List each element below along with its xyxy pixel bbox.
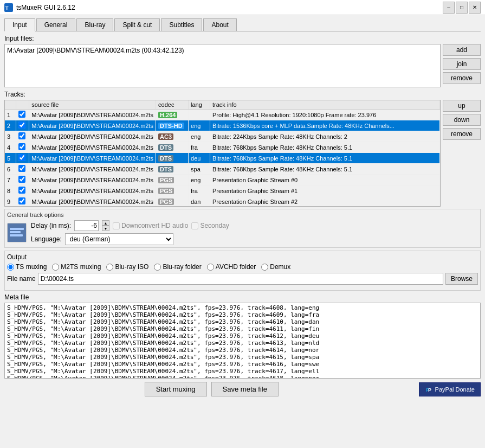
table-row[interactable]: 6 M:\Avatar [2009]\BDMV\STREAM\00024.m2t… — [5, 164, 440, 175]
track-codec: PGS — [156, 185, 189, 196]
track-num: 3 — [5, 131, 16, 142]
delay-spinner[interactable]: ▲ ▼ — [102, 220, 109, 231]
tab-input[interactable]: Input — [4, 18, 35, 31]
track-codec: AC3 — [156, 131, 189, 142]
m2ts-muxing-radio[interactable] — [52, 264, 59, 271]
track-info: Presentation Graphic Stream #2 — [210, 196, 440, 207]
track-checkbox[interactable] — [18, 176, 25, 183]
bluray-folder-radio[interactable] — [154, 264, 161, 271]
tab-split[interactable]: Split & cut — [114, 18, 160, 31]
track-checkbox-cell[interactable] — [16, 110, 29, 120]
add-button[interactable]: add — [443, 44, 481, 56]
down-button[interactable]: down — [443, 114, 481, 126]
track-lang: fra — [189, 142, 210, 153]
tab-general[interactable]: General — [36, 18, 76, 31]
track-source: M:\Avatar [2009]\BDMV\STREAM\00024.m2ts — [29, 185, 156, 196]
track-checkbox[interactable] — [18, 121, 25, 129]
track-checkbox-cell[interactable] — [16, 120, 29, 131]
close-button[interactable]: ✕ — [469, 2, 481, 14]
track-checkbox-cell[interactable] — [16, 196, 29, 207]
codec-badge: PGS — [158, 199, 174, 205]
track-codec: DTS-HD — [156, 120, 189, 131]
codec-badge: DTS-HD — [158, 123, 184, 129]
track-source: M:\Avatar [2009]\BDMV\STREAM\00024.m2ts — [29, 164, 156, 175]
downconvert-checkbox[interactable] — [113, 222, 120, 229]
track-lang: eng — [189, 120, 210, 131]
avchd-folder-radio[interactable] — [207, 264, 214, 271]
track-source: M:\Avatar [2009]\BDMV\STREAM\00024.m2ts — [29, 153, 156, 164]
track-checkbox-cell[interactable] — [16, 153, 29, 164]
col-header-cb — [16, 100, 29, 110]
m2ts-muxing-label: M2TS muxing — [52, 263, 101, 271]
track-checkbox-cell[interactable] — [16, 185, 29, 196]
track-checkbox[interactable] — [18, 154, 25, 161]
spin-down[interactable]: ▼ — [102, 226, 109, 231]
tab-bar: Input General Blu-ray Split & cut Subtit… — [4, 18, 481, 31]
track-checkbox[interactable] — [18, 197, 25, 204]
output-label: Output — [7, 253, 478, 261]
paypal-donate-button[interactable]: P P PayPal Donate — [419, 382, 481, 396]
tracks-table: source file codec lang track info 1 M:\A… — [5, 100, 440, 206]
table-row[interactable]: 2 M:\Avatar [2009]\BDMV\STREAM\00024.m2t… — [5, 120, 440, 131]
ts-muxing-radio[interactable] — [7, 264, 14, 271]
paypal-label: PayPal Donate — [435, 386, 475, 393]
meta-line: S_HDMV/PGS, "M:\Avatar [2009]\BDMV\STREA… — [7, 340, 478, 347]
spin-up[interactable]: ▲ — [102, 220, 109, 226]
meta-line: S_HDMV/PGS, "M:\Avatar [2009]\BDMV\STREA… — [7, 361, 478, 368]
track-checkbox[interactable] — [18, 165, 25, 172]
track-checkbox[interactable] — [18, 132, 25, 139]
track-checkbox-cell[interactable] — [16, 164, 29, 175]
bluray-iso-label: Blu-ray ISO — [106, 263, 148, 271]
track-checkbox[interactable] — [18, 187, 25, 194]
track-info: Presentation Graphic Stream #1 — [210, 185, 440, 196]
track-lang: eng — [189, 131, 210, 142]
bluray-iso-radio[interactable] — [106, 264, 113, 271]
track-source: M:\Avatar [2009]\BDMV\STREAM\00024.m2ts — [29, 175, 156, 185]
table-row[interactable]: 8 M:\Avatar [2009]\BDMV\STREAM\00024.m2t… — [5, 185, 440, 196]
meta-label: Meta file — [4, 293, 481, 301]
codec-badge: AC3 — [158, 133, 173, 140]
table-row[interactable]: 9 M:\Avatar [2009]\BDMV\STREAM\00024.m2t… — [5, 196, 440, 207]
track-checkbox-cell[interactable] — [16, 175, 29, 185]
track-checkbox-cell[interactable] — [16, 131, 29, 142]
delay-label: Delay (in ms): — [31, 222, 71, 229]
table-row[interactable]: 7 M:\Avatar [2009]\BDMV\STREAM\00024.m2t… — [5, 175, 440, 185]
tab-bluray[interactable]: Blu-ray — [76, 18, 113, 31]
secondary-checkbox[interactable] — [191, 222, 198, 229]
codec-badge: PGS — [158, 188, 174, 194]
table-row[interactable]: 1 M:\Avatar [2009]\BDMV\STREAM\00024.m2t… — [5, 110, 440, 120]
track-buttons: up down remove — [443, 100, 481, 207]
up-button[interactable]: up — [443, 100, 481, 112]
track-num: 6 — [5, 164, 16, 175]
save-meta-button[interactable]: Save meta file — [211, 382, 279, 396]
track-info: Bitrate: 224Kbps Sample Rate: 48KHz Chan… — [210, 131, 440, 142]
filename-input[interactable] — [38, 273, 443, 285]
tab-about[interactable]: About — [203, 18, 236, 31]
delay-input[interactable] — [74, 220, 99, 231]
track-checkbox[interactable] — [18, 143, 25, 150]
filename-label: File name — [7, 275, 36, 283]
demux-radio[interactable] — [261, 264, 268, 271]
track-num: 2 — [5, 120, 16, 131]
language-select[interactable]: deu (German) — [65, 233, 173, 245]
table-row[interactable]: 3 M:\Avatar [2009]\BDMV\STREAM\00024.m2t… — [5, 131, 440, 142]
maximize-button[interactable]: □ — [456, 2, 468, 14]
track-info: Bitrate: 768Kbps Sample Rate: 48KHz Chan… — [210, 164, 440, 175]
track-checkbox[interactable] — [18, 111, 25, 118]
general-track-options: General track options Delay (in ms): ▲ ▼ — [4, 209, 481, 248]
table-row[interactable]: 4 M:\Avatar [2009]\BDMV\STREAM\00024.m2t… — [5, 142, 440, 153]
remove-track-button[interactable]: remove — [443, 128, 481, 140]
svg-rect-4 — [10, 231, 21, 233]
tab-subtitles[interactable]: Subtitles — [161, 18, 202, 31]
track-source: M:\Avatar [2009]\BDMV\STREAM\00024.m2ts — [29, 110, 156, 120]
track-num: 8 — [5, 185, 16, 196]
filename-row: File name Browse — [7, 273, 478, 285]
demux-label: Demux — [261, 263, 290, 271]
track-checkbox-cell[interactable] — [16, 142, 29, 153]
browse-button[interactable]: Browse — [445, 273, 478, 285]
table-row[interactable]: 5 M:\Avatar [2009]\BDMV\STREAM\00024.m2t… — [5, 153, 440, 164]
minimize-button[interactable]: – — [443, 2, 455, 14]
start-muxing-button[interactable]: Start muxing — [145, 382, 207, 396]
join-button[interactable]: join — [443, 58, 481, 70]
remove-input-button[interactable]: remove — [443, 72, 481, 84]
